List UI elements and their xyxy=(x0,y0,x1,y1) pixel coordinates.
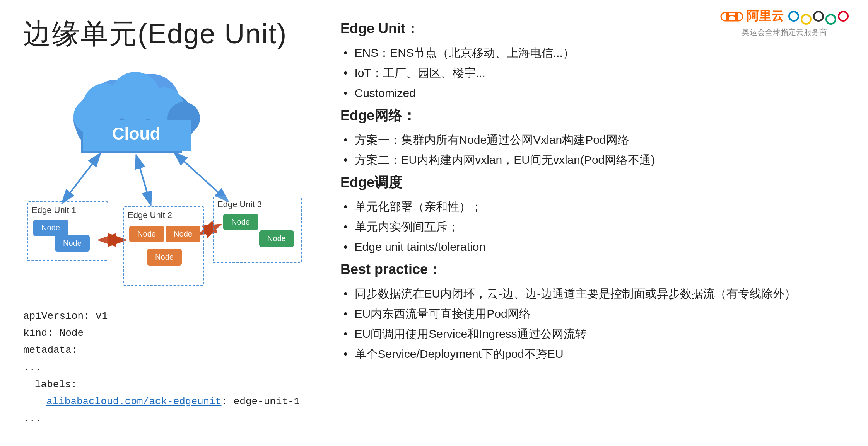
svg-point-9 xyxy=(149,93,191,136)
section3-bullets: 单元化部署（亲和性）； 单元内实例间互斥； Edge unit taints/t… xyxy=(340,197,845,256)
section-edge-network: Edge网络： 方案一：集群内所有Node通过公网Vxlan构建Pod网络 方案… xyxy=(340,106,845,169)
svg-rect-2 xyxy=(735,12,738,21)
cloud-shape: Cloud xyxy=(73,72,200,153)
svg-point-11 xyxy=(83,83,126,126)
aliyun-text: 阿里云 xyxy=(747,8,784,25)
eu2-node2: Node xyxy=(166,226,200,242)
svg-line-22 xyxy=(62,153,101,203)
svg-point-5 xyxy=(141,99,191,149)
ring-black xyxy=(813,11,824,22)
diagram-area: Cloud xyxy=(23,64,309,304)
section3-title: Edge调度 xyxy=(340,173,845,192)
ring-red xyxy=(838,11,849,22)
eu1-node1: Node xyxy=(33,220,68,236)
edge-unit-2-box: Edge Unit 2 Node Node Node xyxy=(123,206,204,286)
svg-point-15 xyxy=(167,102,200,134)
page-container: 边缘单元(Edge Unit) xyxy=(0,0,868,446)
svg-rect-1 xyxy=(726,12,729,21)
ring-blue xyxy=(788,11,799,22)
aliyun-logo-icon xyxy=(720,9,743,24)
bullet-4-1: 同步数据流在EU内闭环，云-边、边-边通道主要是控制面或异步数据流（有专线除外） xyxy=(340,284,845,303)
logo-area: 阿里云 奥运会全球指定云服务商 xyxy=(720,8,849,37)
svg-point-3 xyxy=(73,87,197,153)
code-link-part: alibabacloud.com/ack-edgeunit xyxy=(46,396,221,407)
edge-unit-1-box: Edge Unit 1 Node Node xyxy=(27,201,108,261)
svg-point-12 xyxy=(110,72,161,122)
section-best-practice: Best practice： 同步数据流在EU内闭环，云-边、边-边通道主要是控… xyxy=(340,260,845,363)
logo-subtitle: 奥运会全球指定云服务商 xyxy=(742,27,827,37)
eu3-node2: Node xyxy=(259,230,294,247)
edge-unit-3-box: Edge Unit 3 Node Node xyxy=(213,196,302,263)
ring-green xyxy=(825,14,836,25)
bullet-1-1: ENS：ENS节点（北京移动、上海电信...） xyxy=(340,44,845,62)
olympic-rings xyxy=(788,8,849,25)
code-block: apiVersion: v1 kind: Node metadata: ... … xyxy=(23,308,317,427)
svg-text:Cloud: Cloud xyxy=(112,124,161,143)
svg-line-23 xyxy=(136,155,151,205)
code-line3: metadata: xyxy=(23,342,317,359)
code-line2: kind: Node xyxy=(23,325,317,342)
svg-point-8 xyxy=(77,91,124,138)
section4-title: Best practice： xyxy=(340,260,845,279)
bullet-1-2: IoT：工厂、园区、楼宇... xyxy=(340,64,845,82)
eu3-node1: Node xyxy=(223,214,258,230)
code-line5: labels: xyxy=(23,376,317,393)
section1-bullets: ENS：ENS节点（北京移动、上海电信...） IoT：工厂、园区、楼宇... … xyxy=(340,44,845,102)
aliyun-brand: 阿里云 xyxy=(720,8,784,25)
svg-point-6 xyxy=(89,80,143,134)
code-line4: ... xyxy=(23,359,317,376)
bullet-4-4: 单个Service/Deployment下的pod不跨EU xyxy=(340,345,845,363)
bullet-1-3: Customized xyxy=(340,84,845,102)
section2-title: Edge网络： xyxy=(340,106,845,125)
bullet-3-3: Edge unit taints/toleration xyxy=(340,238,845,256)
edge-unit-3-label: Edge Unit 3 xyxy=(217,199,262,209)
eu1-node2: Node xyxy=(55,235,90,252)
code-line1: apiVersion: v1 xyxy=(23,308,317,325)
eu2-node1: Node xyxy=(129,226,164,242)
code-line7: ... xyxy=(23,410,317,427)
bullet-4-2: EU内东西流量可直接使用Pod网络 xyxy=(340,305,845,323)
bullet-2-1: 方案一：集群内所有Node通过公网Vxlan构建Pod网络 xyxy=(340,131,845,149)
eu2-node3: Node xyxy=(147,249,182,266)
section4-bullets: 同步数据流在EU内闭环，云-边、边-边通道主要是控制面或异步数据流（有专线除外）… xyxy=(340,284,845,363)
svg-point-14 xyxy=(73,99,108,134)
svg-line-24 xyxy=(174,152,228,201)
svg-rect-10 xyxy=(81,118,182,153)
bullet-4-3: EU间调用使用Service和Ingress通过公网流转 xyxy=(340,325,845,343)
bullet-2-2: 方案二：EU内构建内网vxlan，EU间无vxlan(Pod网络不通) xyxy=(340,151,845,169)
svg-point-7 xyxy=(122,74,180,132)
svg-rect-0 xyxy=(721,12,743,21)
section2-bullets: 方案一：集群内所有Node通过公网Vxlan构建Pod网络 方案二：EU内构建内… xyxy=(340,131,845,169)
svg-point-4 xyxy=(75,99,126,149)
left-panel: 边缘单元(Edge Unit) xyxy=(23,15,317,431)
edge-unit-1-label: Edge Unit 1 xyxy=(32,205,76,215)
ring-yellow xyxy=(801,14,812,25)
edge-unit-2-label: Edge Unit 2 xyxy=(128,210,172,220)
bullet-3-2: 单元内实例间互斥； xyxy=(340,218,845,236)
bullet-3-1: 单元化部署（亲和性）； xyxy=(340,197,845,216)
code-line6: alibabacloud.com/ack-edgeunit: edge-unit… xyxy=(23,393,317,410)
svg-point-13 xyxy=(145,87,184,126)
svg-rect-16 xyxy=(83,120,191,151)
right-panel: Edge Unit： ENS：ENS节点（北京移动、上海电信...） IoT：工… xyxy=(317,15,845,431)
section-edge-schedule: Edge调度 单元化部署（亲和性）； 单元内实例间互斥； Edge unit t… xyxy=(340,173,845,256)
code-value-part: : edge-unit-1 xyxy=(221,396,300,407)
logo-row: 阿里云 xyxy=(720,8,849,25)
page-title: 边缘单元(Edge Unit) xyxy=(23,15,317,53)
